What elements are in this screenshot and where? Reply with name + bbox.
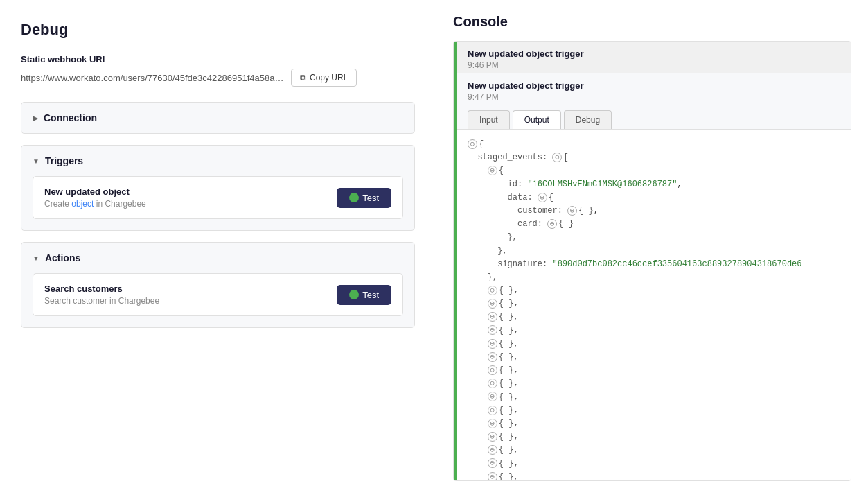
- collapse-14-icon[interactable]: ⊖: [488, 458, 497, 468]
- trigger-test-button[interactable]: Test: [337, 188, 391, 208]
- collapse-12-icon[interactable]: ⊖: [488, 432, 497, 442]
- actions-label: Actions: [45, 252, 80, 263]
- triggers-header[interactable]: ▼ Triggers: [21, 146, 414, 176]
- event-time-1: 9:46 PM: [468, 60, 840, 70]
- actions-chevron-icon: ▼: [33, 254, 39, 262]
- triggers-label: Triggers: [45, 155, 83, 166]
- action-title: Search customers: [44, 284, 159, 294]
- webhook-section: Static webhook URI https://www.workato.c…: [21, 54, 415, 87]
- connection-chevron-icon: ▶: [33, 114, 38, 122]
- trigger-item-new-updated-object: New updated object Create object in Char…: [33, 176, 403, 219]
- action-item-search-customers: Search customers Search customer in Char…: [33, 273, 403, 316]
- tab-input[interactable]: Input: [468, 110, 510, 129]
- collapse-root-icon[interactable]: ⊖: [468, 139, 477, 149]
- collapse-4-icon[interactable]: ⊖: [488, 325, 497, 335]
- trigger-test-label: Test: [362, 193, 379, 203]
- copy-url-label: Copy URL: [310, 73, 348, 82]
- trigger-sub-suffix: in Chargebee: [94, 199, 145, 209]
- page-title: Debug: [21, 21, 415, 39]
- collapse-data-icon[interactable]: ⊖: [538, 193, 547, 202]
- event-title-2: New updated object trigger: [468, 80, 840, 91]
- triggers-chevron-icon: ▼: [33, 157, 39, 165]
- actions-header[interactable]: ▼ Actions: [21, 243, 414, 273]
- console-event-2: New updated object trigger 9:47 PM Input…: [454, 73, 851, 481]
- console-content[interactable]: New updated object trigger 9:46 PM New u…: [453, 41, 851, 481]
- collapse-15-icon[interactable]: ⊖: [488, 472, 497, 481]
- collapse-2-icon[interactable]: ⊖: [488, 299, 497, 309]
- collapse-3-icon[interactable]: ⊖: [488, 312, 497, 322]
- collapse-6-icon[interactable]: ⊖: [488, 352, 497, 362]
- triggers-body: New updated object Create object in Char…: [21, 176, 414, 230]
- collapse-staged-events-icon[interactable]: ⊖: [552, 153, 562, 162]
- console-title: Console: [453, 14, 851, 30]
- collapse-5-icon[interactable]: ⊖: [488, 339, 497, 349]
- collapse-item-0-icon[interactable]: ⊖: [488, 166, 497, 175]
- collapse-11-icon[interactable]: ⊖: [488, 419, 497, 428]
- action-test-label: Test: [362, 290, 379, 300]
- webhook-url-text: https://www.workato.com/users/77630/45fd…: [21, 73, 284, 83]
- tab-output[interactable]: Output: [513, 110, 561, 129]
- event-title-1: New updated object trigger: [468, 49, 840, 59]
- connection-accordion: ▶ Connection: [21, 102, 415, 134]
- console-event-1: New updated object trigger 9:46 PM: [454, 42, 851, 73]
- action-test-button[interactable]: Test: [337, 285, 391, 305]
- collapse-13-icon[interactable]: ⊖: [488, 445, 497, 455]
- connection-header[interactable]: ▶ Connection: [21, 103, 414, 133]
- left-panel: Debug Static webhook URI https://www.wor…: [0, 0, 436, 495]
- webhook-label: Static webhook URI: [21, 54, 415, 64]
- action-sub-text: Search customer in Chargebee: [44, 296, 159, 306]
- collapse-7-icon[interactable]: ⊖: [488, 365, 497, 375]
- event-tabs: Input Output Debug: [457, 105, 851, 130]
- action-info: Search customers Search customer in Char…: [44, 284, 159, 306]
- collapse-9-icon[interactable]: ⊖: [488, 392, 497, 401]
- copy-icon: ⧉: [300, 73, 306, 82]
- event-header-2: New updated object trigger 9:47 PM: [457, 73, 851, 105]
- triggers-accordion: ▼ Triggers New updated object Create obj…: [21, 145, 415, 231]
- trigger-sub-prefix: Create: [44, 199, 71, 209]
- collapse-card-icon[interactable]: ⊖: [547, 219, 557, 229]
- action-test-icon: [349, 290, 359, 299]
- event-time-2: 9:47 PM: [468, 92, 840, 102]
- connection-label: Connection: [44, 112, 97, 123]
- actions-body: Search customers Search customer in Char…: [21, 273, 414, 327]
- webhook-url-row: https://www.workato.com/users/77630/45fd…: [21, 69, 415, 87]
- collapse-1-icon[interactable]: ⊖: [488, 286, 497, 295]
- collapse-10-icon[interactable]: ⊖: [488, 406, 497, 415]
- tab-debug[interactable]: Debug: [564, 110, 612, 129]
- event-header-1: New updated object trigger 9:46 PM: [457, 42, 851, 73]
- collapse-customer-icon[interactable]: ⊖: [567, 206, 577, 216]
- actions-accordion: ▼ Actions Search customers Search custom…: [21, 242, 415, 328]
- collapse-8-icon[interactable]: ⊖: [488, 379, 497, 388]
- trigger-title: New updated object: [44, 186, 146, 197]
- trigger-info: New updated object Create object in Char…: [44, 186, 146, 209]
- action-subtitle: Search customer in Chargebee: [44, 296, 159, 306]
- trigger-subtitle: Create object in Chargebee: [44, 199, 146, 209]
- trigger-sub-link[interactable]: object: [71, 199, 94, 209]
- json-output: ⊖{ staged_events: ⊖[ ⊖{ id: "16COLMSHvEN…: [457, 130, 851, 481]
- copy-url-button[interactable]: ⧉ Copy URL: [291, 69, 357, 87]
- right-panel: Console New updated object trigger 9:46 …: [436, 0, 868, 495]
- test-icon: [349, 193, 359, 202]
